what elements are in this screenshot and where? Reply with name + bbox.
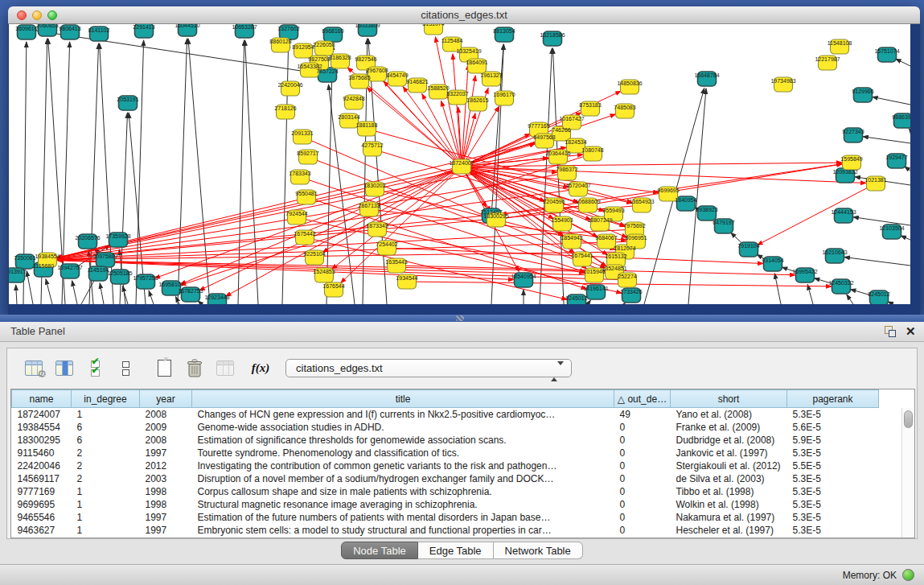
node-label: 13218586: [540, 32, 565, 38]
node-label: 9886395: [892, 114, 910, 120]
table-row[interactable]: 1456911722003Disruption of a novel membe…: [12, 472, 879, 485]
show-columns-button[interactable]: [52, 357, 76, 380]
window-titlebar[interactable]: citations_edges.txt: [8, 6, 920, 24]
edge[interactable]: [72, 281, 77, 304]
table-row[interactable]: 969969511998Structural magnetic resonanc…: [12, 498, 879, 511]
network-canvas-area: 3609610206085398064138141102229141316044…: [8, 24, 920, 315]
node-label: 9245012: [565, 295, 587, 301]
table-row[interactable]: 911546021997Tourette syndrome. Phenomeno…: [12, 447, 879, 459]
node-label: 10653287: [232, 24, 257, 30]
table-row[interactable]: 1872400712008Changes of HCN gene express…: [12, 408, 879, 421]
column-header-pagerank[interactable]: pagerank: [787, 390, 879, 408]
node-label: 6479197: [713, 220, 734, 225]
table-cell: 1998: [140, 498, 192, 511]
close-panel-icon[interactable]: ✕: [906, 324, 916, 339]
edge[interactable]: [901, 236, 910, 240]
node-label: 15751074: [874, 48, 899, 54]
column-header-indegree[interactable]: in_degree: [72, 390, 140, 408]
node-label: 9806413: [59, 26, 80, 31]
edge[interactable]: [873, 97, 910, 105]
network-graph[interactable]: 3609610206085398064138141102229141316044…: [9, 24, 910, 304]
edge[interactable]: [853, 217, 910, 225]
node-label: 7254402: [376, 241, 397, 247]
table-source-value: citations_edges.txt: [296, 362, 383, 374]
node-label: 18724007: [449, 160, 474, 166]
float-panel-icon[interactable]: [885, 326, 897, 338]
edge[interactable]: [847, 295, 853, 304]
node-label: 1812074: [614, 245, 635, 251]
table-cell: Stergiakouli et al. (2012): [671, 459, 787, 472]
splitter-grip-icon[interactable]: [456, 315, 464, 321]
edge[interactable]: [16, 285, 17, 304]
node-label: 4275712: [361, 142, 383, 148]
citation-edge[interactable]: [57, 252, 625, 260]
node-label: 12923448: [204, 295, 229, 300]
table-row[interactable]: 946554611997Estimation of the future num…: [12, 511, 879, 524]
edge[interactable]: [896, 59, 910, 66]
edge[interactable]: [149, 290, 154, 304]
data-table: namein_degreeyeartitle△ out_de…shortpage…: [11, 389, 879, 537]
node-label: 45720407: [565, 183, 590, 188]
table-cell: Embryonic stem cells: a model to study s…: [192, 524, 614, 537]
panel-splitter[interactable]: [0, 315, 924, 322]
tab-network-table[interactable]: Network Table: [494, 542, 583, 559]
edge[interactable]: [326, 44, 333, 304]
edge[interactable]: [774, 274, 781, 304]
delete-table-button[interactable]: [213, 357, 237, 380]
close-window-button[interactable]: [17, 10, 27, 20]
edge[interactable]: [238, 40, 244, 304]
edge[interactable]: [46, 279, 52, 304]
node-label: 3913917: [9, 269, 27, 274]
table-cell: 0: [614, 472, 671, 485]
node-label: 1676544: [322, 283, 344, 289]
citation-edge[interactable]: [758, 183, 876, 245]
column-header-title[interactable]: title: [192, 390, 614, 408]
edge[interactable]: [807, 285, 813, 304]
table-row[interactable]: 977716911998Corpus callosum shape and si…: [12, 485, 879, 498]
table-mode-button[interactable]: ⚙: [22, 357, 46, 380]
node-label: 13942757: [57, 265, 82, 270]
edge[interactable]: [863, 137, 910, 143]
table-cell: Genome-wide association studies in ADHD.: [192, 421, 614, 434]
edge[interactable]: [844, 257, 910, 266]
column-header-short[interactable]: short: [671, 390, 787, 408]
edge[interactable]: [136, 40, 144, 304]
edge[interactable]: [588, 300, 590, 304]
table-source-select[interactable]: citations_edges.txt: [285, 359, 572, 377]
column-header-year[interactable]: year: [140, 390, 192, 408]
function-builder-button[interactable]: f(x): [248, 357, 273, 380]
table-row[interactable]: 2242004622012Investigating the contribut…: [12, 459, 879, 472]
minimize-window-button[interactable]: [32, 10, 42, 20]
node-label: 1929477: [885, 154, 907, 160]
new-column-button[interactable]: [152, 357, 176, 380]
column-header-outde[interactable]: △ out_de…: [614, 390, 671, 408]
table-row[interactable]: 1938455462009Genome-wide association stu…: [12, 421, 879, 434]
table-cell: 2008: [140, 408, 192, 421]
table-scrollbar[interactable]: [901, 408, 914, 538]
table-scrollbar-thumb[interactable]: [904, 410, 913, 428]
edge[interactable]: [491, 44, 503, 216]
edge[interactable]: [27, 271, 33, 304]
edge[interactable]: [100, 283, 104, 304]
select-all-button[interactable]: ✔ ✔: [83, 357, 107, 380]
citation-edge[interactable]: [462, 167, 554, 219]
node-table: namein_degreeyeartitle△ out_de…shortpage…: [10, 389, 915, 538]
node-label: 30975887: [92, 253, 117, 259]
deselect-all-button[interactable]: [113, 357, 138, 380]
table-row[interactable]: 1830029562008Estimation of significance …: [12, 434, 879, 447]
edge[interactable]: [909, 129, 910, 130]
table-cell: 5.9E-5: [787, 434, 879, 447]
table-row[interactable]: 946362711997Embryonic stem cells: a mode…: [12, 524, 879, 537]
trash-icon: [186, 359, 203, 378]
zoom-window-button[interactable]: [47, 10, 57, 20]
column-header-name[interactable]: name: [12, 390, 72, 408]
tab-node-table[interactable]: Node Table: [341, 542, 418, 559]
table-cell: Estimation of the future numbers of pati…: [192, 511, 614, 524]
table-cell: 2012: [140, 459, 192, 472]
tab-edge-table[interactable]: Edge Table: [418, 542, 494, 559]
table-cell: 2: [72, 447, 140, 459]
delete-column-button[interactable]: [183, 357, 207, 380]
node-label: 1115680: [33, 263, 54, 269]
cytoscape-app: citations_edges.txt 3609610206: [0, 0, 924, 585]
table-cell: 5.3E-5: [787, 485, 879, 498]
